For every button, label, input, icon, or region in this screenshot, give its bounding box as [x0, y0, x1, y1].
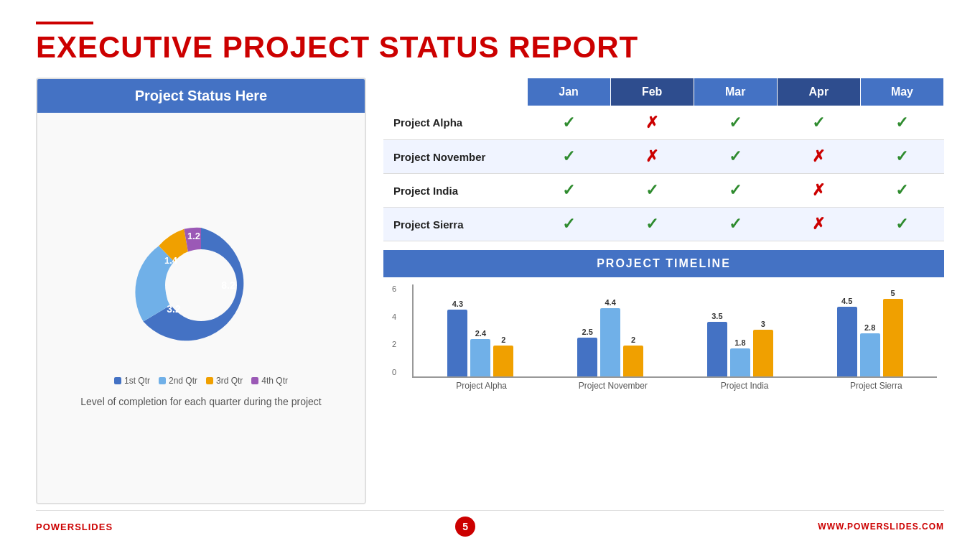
- bar-wrap: 3: [753, 320, 773, 376]
- bar-wrap: 2: [623, 335, 643, 376]
- project-name-sierra: Project Sierra: [383, 208, 527, 241]
- bar-val: 2.5: [582, 328, 592, 336]
- month-feb: Feb: [610, 78, 694, 106]
- bar-nov-lblue: [600, 308, 620, 376]
- donut-chart: 8.2 3.2 1.4 1.2: [122, 206, 280, 364]
- bar-wrap: 2.4: [470, 329, 490, 376]
- status-alpha-jan: ✓: [527, 106, 610, 140]
- legend-dot-2qtr: [159, 377, 166, 384]
- donut-label-3qtr: 1.4: [164, 255, 178, 266]
- month-jan: Jan: [527, 78, 610, 106]
- page: EXECUTIVE PROJECT STATUS REPORT Project …: [0, 0, 980, 551]
- status-alpha-feb: ✗: [610, 106, 694, 140]
- legend-label-3qtr: 3rd Qtr: [216, 376, 243, 386]
- project-name-india: Project India: [383, 174, 527, 208]
- status-nov-mar: ✓: [694, 140, 777, 174]
- legend-item-2qtr: 2nd Qtr: [159, 376, 197, 386]
- donut-label-1qtr: 8.2: [221, 279, 235, 291]
- status-india-may: ✓: [860, 174, 943, 208]
- header-line: [36, 22, 93, 24]
- bar-wrap: 4.5: [837, 297, 857, 376]
- bar-alpha-blue: [447, 310, 467, 376]
- month-may: May: [860, 78, 943, 106]
- donut-svg: 8.2 3.2 1.4 1.2: [122, 206, 280, 364]
- bar-val: 1.8: [734, 338, 745, 347]
- x-label-alpha: Project Alpha: [421, 381, 542, 391]
- bar-sierra-blue: [837, 307, 857, 376]
- status-india-mar: ✓: [694, 174, 777, 208]
- x-label-sierra: Project Sierra: [816, 381, 937, 391]
- brand-part2: SLIDES: [75, 522, 113, 532]
- legend-dot-4qtr: [251, 377, 258, 384]
- status-alpha-may: ✓: [860, 106, 943, 140]
- bar-wrap: 5: [883, 289, 903, 376]
- status-nov-may: ✓: [860, 140, 943, 174]
- brand-part1: POWER: [36, 522, 75, 532]
- bar-wrap: 4.3: [447, 300, 467, 376]
- left-panel-header: Project Status Here: [37, 79, 365, 113]
- x-label-november: Project November: [552, 381, 673, 391]
- bar-chart: 4.3 2.4 2: [412, 284, 937, 378]
- bar-wrap: 4.4: [600, 298, 620, 376]
- bar-val: 4.5: [841, 297, 852, 305]
- right-panel: Jan Feb Mar Apr May Project Alpha ✓ ✗ ✓ …: [383, 78, 944, 504]
- status-nov-feb: ✗: [610, 140, 694, 174]
- page-title: EXECUTIVE PROJECT STATUS REPORT: [36, 30, 944, 65]
- bar-wrap: 1.8: [730, 338, 750, 376]
- footer: POWERSLIDES 5 WWW.POWERSLIDES.COM: [36, 510, 944, 537]
- status-alpha-mar: ✓: [694, 106, 777, 140]
- project-name-alpha: Project Alpha: [383, 106, 527, 140]
- project-name-november: Project November: [383, 140, 527, 174]
- table-row: Project India ✓ ✓ ✓ ✗ ✓: [383, 174, 944, 208]
- table-row: Project Alpha ✓ ✗ ✓ ✓ ✓: [383, 106, 944, 140]
- title-part2: STATUS REPORT: [379, 30, 638, 64]
- status-sierra-may: ✓: [860, 208, 943, 241]
- month-mar: Mar: [694, 78, 777, 106]
- bar-val: 4.4: [605, 298, 615, 307]
- legend-item-1qtr: 1st Qtr: [114, 376, 150, 386]
- donut-legend: 1st Qtr 2nd Qtr 3rd Qtr 4th Qtr: [114, 376, 288, 386]
- title-part1: EXECUTIVE PROJECT: [36, 30, 379, 64]
- bar-val: 5: [891, 289, 895, 297]
- status-india-jan: ✓: [527, 174, 610, 208]
- bar-wrap: 3.5: [707, 312, 727, 376]
- status-sierra-jan: ✓: [527, 208, 610, 241]
- bar-group-november: 2.5 4.4 2: [551, 298, 671, 376]
- donut-label-2qtr: 3.2: [167, 303, 181, 315]
- y-label-4: 4: [392, 312, 396, 321]
- empty-header: [383, 78, 527, 106]
- main-content: Project Status Here: [36, 78, 944, 504]
- x-label-india: Project India: [684, 381, 806, 391]
- chart-area: 6 4 2 0 4.3 2.4: [383, 277, 944, 504]
- status-alpha-apr: ✓: [777, 106, 860, 140]
- y-label-2: 2: [392, 340, 396, 348]
- status-table-body: Project Alpha ✓ ✗ ✓ ✓ ✓ Project November…: [383, 106, 944, 241]
- donut-label-4qtr: 1.2: [187, 231, 200, 241]
- bar-group-india: 3.5 1.8 3: [681, 312, 801, 376]
- bar-wrap: 2.5: [577, 328, 597, 376]
- bar-group-alpha: 4.3 2.4 2: [421, 300, 541, 376]
- status-sierra-feb: ✓: [610, 208, 694, 241]
- bar-wrap: 2: [493, 335, 513, 376]
- legend-label-1qtr: 1st Qtr: [124, 376, 150, 386]
- bar-sierra-orange: [883, 299, 903, 376]
- timeline-header: PROJECT TIMELINE: [383, 250, 944, 277]
- legend-item-3qtr: 3rd Qtr: [206, 376, 243, 386]
- bar-nov-orange: [623, 346, 643, 376]
- bar-alpha-lblue: [470, 339, 490, 376]
- status-india-feb: ✓: [610, 174, 694, 208]
- status-india-apr: ✗: [777, 174, 860, 208]
- footer-website: WWW.POWERSLIDES.COM: [818, 522, 944, 532]
- bar-nov-blue: [577, 338, 597, 376]
- bar-val: 4.3: [452, 300, 463, 308]
- left-panel-body: 8.2 3.2 1.4 1.2 1st Qtr 2nd Qtr: [37, 113, 365, 503]
- x-labels: Project Alpha Project November Project I…: [421, 381, 937, 391]
- bar-india-lblue: [730, 348, 750, 376]
- status-nov-jan: ✓: [527, 140, 610, 174]
- footer-page-number: 5: [455, 517, 475, 537]
- legend-item-4qtr: 4th Qtr: [251, 376, 288, 386]
- bar-val: 2.4: [475, 329, 486, 338]
- bar-india-blue: [707, 322, 727, 376]
- bar-wrap: 2.8: [860, 323, 880, 376]
- table-row: Project Sierra ✓ ✓ ✓ ✗ ✓: [383, 208, 944, 241]
